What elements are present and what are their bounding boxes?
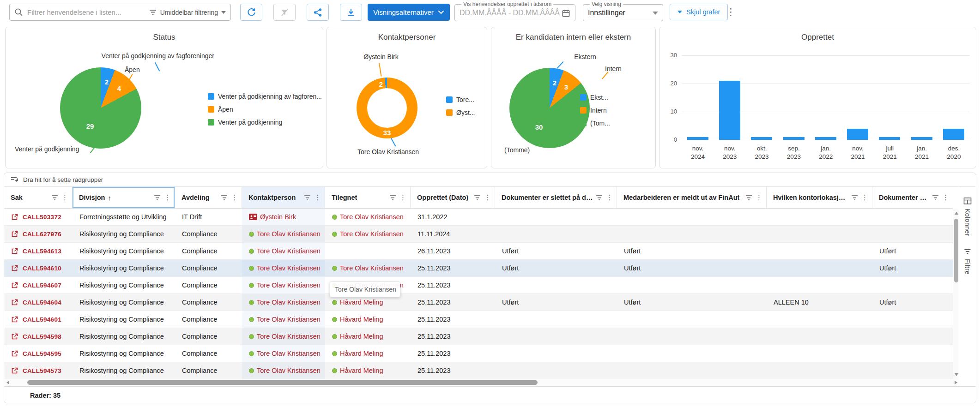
column-menu-icon[interactable]: ⋮ <box>756 193 762 202</box>
calendar-icon[interactable] <box>562 9 570 18</box>
person-link[interactable]: Tore Olav Kristiansen <box>257 350 321 357</box>
cell-kontaktperson[interactable]: Tore Olav Kristiansen <box>242 362 325 379</box>
scroll-up-icon[interactable] <box>955 212 958 215</box>
search-input[interactable]: Filtrer henvendelsene i listen... Umidde… <box>9 4 231 21</box>
person-link[interactable]: Tore Olav Kristiansen <box>257 230 321 238</box>
bar-nov.-2021[interactable] <box>847 129 868 140</box>
table-row-CALL594595[interactable]: CALL594595Risikostyring og ComplianceCom… <box>4 345 953 362</box>
person-link[interactable]: Tore Olav Kristiansen <box>257 281 321 289</box>
cell-tilegnet[interactable]: Håvard Meling <box>325 328 411 345</box>
cell-sak[interactable]: CALL594607 <box>4 277 73 293</box>
column-menu-icon[interactable]: ⋮ <box>606 193 613 202</box>
view-select-field[interactable]: Velg visning Innstillinger <box>583 1 663 21</box>
legend-item[interactable]: Venter på godkjenning av fagforen... <box>208 92 322 101</box>
column-filter-icon[interactable] <box>221 195 228 200</box>
case-link[interactable]: CALL594607 <box>23 282 61 289</box>
legend-item[interactable]: Ekst... <box>580 93 610 102</box>
person-link[interactable]: Øystein Birk <box>260 213 296 221</box>
vertical-scrollbar[interactable] <box>953 209 959 379</box>
table-row-CALL594573[interactable]: CALL594573Risikostyring og ComplianceCom… <box>4 362 953 379</box>
cell-tilegnet[interactable]: Tore Olav Kristiansen <box>325 209 411 225</box>
scroll-left-icon[interactable] <box>6 381 9 384</box>
cell-sak[interactable]: CALL627976 <box>4 226 73 242</box>
case-link[interactable]: CALL594598 <box>23 333 61 340</box>
column-header-dok_registrert[interactable]: Dokumenter er registrert i⋮ <box>872 187 953 208</box>
table-row-CALL594610[interactable]: CALL594610Risikostyring og ComplianceCom… <box>4 260 953 277</box>
column-header-sak[interactable]: Sak⋮ <box>4 187 73 208</box>
cell-kontaktperson[interactable]: Øystein Birk <box>242 209 325 225</box>
date-range-field[interactable]: Vis henvendelser opprettet i tidsrom DD.… <box>454 1 575 21</box>
cell-tilegnet[interactable]: Håvard Meling <box>325 345 411 362</box>
cell-kontaktperson[interactable]: Tore Olav Kristiansen <box>242 345 325 362</box>
person-link[interactable]: Håvard Meling <box>340 299 383 306</box>
bar-jan.-2021[interactable] <box>911 137 932 140</box>
vertical-scroll-thumb[interactable] <box>954 219 958 282</box>
column-menu-icon[interactable]: ⋮ <box>484 193 491 202</box>
legend-item[interactable]: (Tom... <box>580 119 610 128</box>
scroll-down-icon[interactable] <box>955 373 958 376</box>
cell-tilegnet[interactable]: Håvard Meling <box>325 311 411 328</box>
table-row-CALL594607[interactable]: CALL594607Risikostyring og ComplianceCom… <box>4 277 953 294</box>
bar-sep.-2023[interactable] <box>783 137 805 140</box>
cell-kontaktperson[interactable]: Tore Olav Kristiansen <box>242 277 325 293</box>
case-link[interactable]: CALL594610 <box>23 265 61 272</box>
table-row-CALL594613[interactable]: CALL594613Risikostyring og ComplianceCom… <box>4 243 953 260</box>
column-filter-icon[interactable] <box>852 195 858 200</box>
cell-sak[interactable]: CALL594601 <box>4 311 73 328</box>
legend-item[interactable]: Intern <box>580 106 610 115</box>
horizontal-scrollbar[interactable] <box>4 379 960 386</box>
scroll-right-icon[interactable] <box>955 381 957 384</box>
hide-charts-button[interactable]: Skjul grafer <box>670 4 728 20</box>
bar-nov.-2024[interactable] <box>687 137 708 140</box>
column-filter-icon[interactable] <box>390 195 396 200</box>
column-filter-icon[interactable] <box>596 195 603 200</box>
column-header-meldt_ut_finaut[interactable]: Medarbeideren er meldt ut av FinAut⋮ <box>617 187 767 208</box>
cell-sak[interactable]: CALL594595 <box>4 345 73 362</box>
column-filter-icon[interactable] <box>932 195 939 200</box>
legend-item[interactable]: Venter på godkjenning <box>208 118 322 127</box>
case-link[interactable]: CALL594604 <box>23 299 61 306</box>
horizontal-scroll-thumb[interactable] <box>27 380 538 385</box>
columns-tool-button[interactable]: Kolonner <box>963 197 972 236</box>
cell-tilegnet[interactable]: Håvard Meling <box>325 362 411 379</box>
table-row-CALL594604[interactable]: CALL594604Risikostyring og ComplianceCom… <box>4 294 953 311</box>
column-menu-icon[interactable]: ⋮ <box>61 193 68 202</box>
filters-tool-button[interactable]: Filtre <box>964 248 971 275</box>
download-button[interactable] <box>340 4 362 21</box>
column-header-kontorlokasjon[interactable]: Hvilken kontorlokasjon s...⋮ <box>767 187 872 208</box>
share-button[interactable] <box>307 4 329 21</box>
person-link[interactable]: Tore Olav Kristiansen <box>257 333 321 340</box>
case-link[interactable]: CALL503372 <box>23 214 61 221</box>
cell-sak[interactable]: CALL594573 <box>4 362 73 379</box>
bar-jan.-2022[interactable] <box>815 137 836 140</box>
bar-juli-2021[interactable] <box>879 137 900 140</box>
table-row-CALL503372[interactable]: CALL503372Forretningsstøtte og Utvikling… <box>4 209 953 226</box>
cell-tilegnet[interactable] <box>325 243 411 259</box>
refresh-button[interactable] <box>240 4 262 21</box>
cell-sak[interactable]: CALL594598 <box>4 328 73 345</box>
cell-kontaktperson[interactable]: Tore Olav Kristiansen <box>242 311 325 328</box>
legend-item[interactable]: Tore... <box>446 95 475 104</box>
bar-okt.-2023[interactable] <box>751 137 772 140</box>
column-filter-icon[interactable] <box>304 195 311 200</box>
instant-filter-dropdown[interactable]: Umiddelbar filtrering <box>150 9 226 16</box>
case-link[interactable]: CALL594613 <box>23 248 61 255</box>
table-row-CALL627976[interactable]: CALL627976Risikostyring og ComplianceCom… <box>4 226 953 243</box>
intern-extern-pie-chart[interactable] <box>509 68 590 148</box>
column-menu-icon[interactable]: ⋮ <box>399 193 406 202</box>
column-menu-icon[interactable]: ⋮ <box>942 193 949 202</box>
person-link[interactable]: Tore Olav Kristiansen <box>340 230 404 238</box>
cell-kontaktperson[interactable]: Tore Olav Kristiansen <box>242 328 325 345</box>
legend-item[interactable]: Øyst... <box>446 108 475 117</box>
cell-kontaktperson[interactable]: Tore Olav Kristiansen <box>242 260 325 276</box>
cell-tilegnet[interactable]: Tore Olav Kristiansen <box>325 260 411 276</box>
column-menu-icon[interactable]: ⋮ <box>314 193 321 202</box>
person-link[interactable]: Tore Olav Kristiansen <box>257 247 321 255</box>
cell-kontaktperson[interactable]: Tore Olav Kristiansen <box>242 226 325 242</box>
person-link[interactable]: Tore Olav Kristiansen <box>340 213 404 221</box>
column-header-avdeling[interactable]: Avdeling⋮ <box>175 187 242 208</box>
person-link[interactable]: Håvard Meling <box>340 316 383 323</box>
person-link[interactable]: Tore Olav Kristiansen <box>257 367 321 374</box>
table-row-CALL594598[interactable]: CALL594598Risikostyring og ComplianceCom… <box>4 328 953 345</box>
view-options-button[interactable]: Visningsalternativer <box>368 4 450 21</box>
